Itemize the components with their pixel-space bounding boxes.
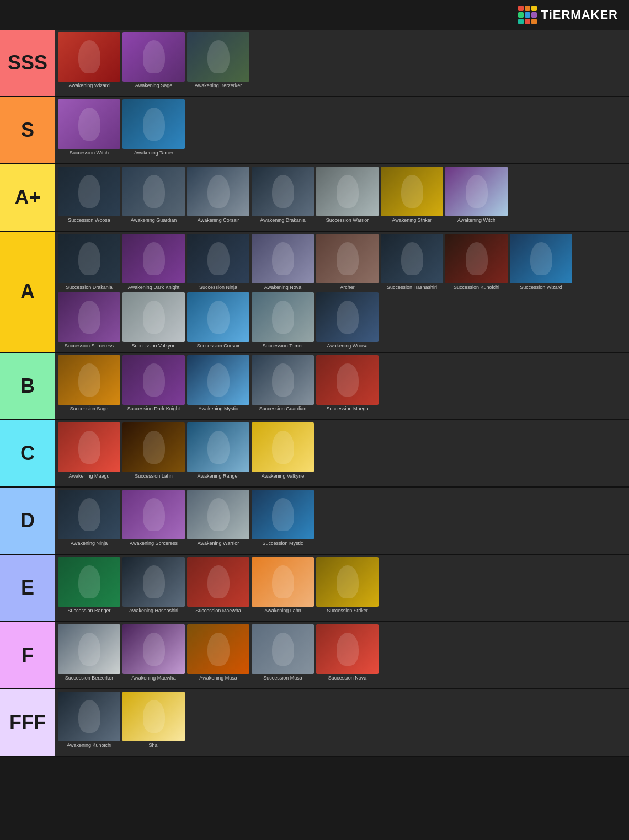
character-image: [58, 32, 120, 82]
character-card[interactable]: Succession Kunoichi: [445, 234, 508, 291]
character-name: Succession Musa: [251, 674, 314, 682]
character-card[interactable]: Awakening Corsair: [186, 167, 250, 224]
character-name: Awakening Corsair: [186, 216, 250, 224]
character-card[interactable]: Awakening Lahn: [251, 557, 314, 614]
character-image: [58, 557, 120, 607]
character-card[interactable]: Succession Drakania: [57, 234, 121, 291]
character-image: [316, 355, 379, 405]
character-image: [187, 234, 249, 283]
character-card[interactable]: Awakening Sage: [122, 32, 185, 89]
tier-label-d: D: [0, 488, 55, 554]
character-card[interactable]: Awakening Tamer: [122, 99, 185, 157]
character-card[interactable]: Awakening Kunoichi: [57, 692, 121, 749]
character-name: Succession Maegu: [316, 405, 379, 413]
character-card[interactable]: Awakening Maewha: [122, 624, 185, 682]
character-name: Succession Berzerker: [57, 674, 121, 682]
character-image: [187, 32, 249, 82]
character-card[interactable]: Awakening Valkyrie: [251, 422, 314, 480]
logo-text: TiERMAKER: [541, 8, 618, 22]
character-image: [187, 557, 249, 607]
character-image: [122, 422, 185, 472]
logo-cell: [525, 12, 530, 18]
logo-grid: [518, 6, 537, 24]
character-card[interactable]: Awakening Guardian: [122, 167, 185, 224]
character-card[interactable]: Awakening Warrior: [186, 490, 250, 547]
character-image: [122, 624, 185, 674]
tier-content-d: Awakening NinjaAwakening SorceressAwaken…: [55, 488, 629, 554]
character-image: [187, 167, 249, 216]
character-image: [252, 624, 314, 674]
character-name: Awakening Witch: [445, 216, 508, 224]
character-image: [187, 624, 249, 674]
character-card[interactable]: Shai: [122, 692, 185, 749]
character-card[interactable]: Succession Witch: [57, 99, 121, 157]
character-card[interactable]: Succession Woosa: [57, 167, 121, 224]
character-card[interactable]: Succession Maewha: [186, 557, 250, 614]
tier-content-sss: Awakening WizardAwakening SageAwakening …: [55, 30, 629, 96]
character-name: Awakening Maewha: [122, 674, 185, 682]
character-card[interactable]: Awakening Berzerker: [186, 32, 250, 89]
character-name: Awakening Maegu: [57, 472, 121, 480]
character-card[interactable]: Succession Ranger: [57, 557, 121, 614]
tier-content-b: Succession SageSuccession Dark KnightAwa…: [55, 353, 629, 419]
character-name: Succession Guardian: [251, 405, 314, 413]
character-card[interactable]: Succession Warrior: [316, 167, 379, 224]
character-name: Succession Corsair: [186, 342, 250, 350]
character-name: Awakening Tamer: [122, 149, 185, 157]
character-card[interactable]: Archer: [316, 234, 379, 291]
character-card[interactable]: Awakening Nova: [251, 234, 314, 291]
character-card[interactable]: Succession Corsair: [186, 292, 250, 350]
character-card[interactable]: Succession Striker: [316, 557, 379, 614]
character-image: [58, 422, 120, 472]
character-card[interactable]: Succession Musa: [251, 624, 314, 682]
character-card[interactable]: Awakening Striker: [380, 167, 444, 224]
character-card[interactable]: Awakening Drakania: [251, 167, 314, 224]
character-card[interactable]: Awakening Woosa: [316, 292, 379, 350]
character-card[interactable]: Awakening Maegu: [57, 422, 121, 480]
tier-label-aplus: A+: [0, 164, 55, 231]
character-card[interactable]: Succession Dark Knight: [122, 355, 185, 413]
character-name: Awakening Woosa: [316, 342, 379, 350]
character-card[interactable]: Succession Tamer: [251, 292, 314, 350]
character-card[interactable]: Succession Sage: [57, 355, 121, 413]
character-image: [187, 490, 249, 539]
character-card[interactable]: Awakening Mystic: [186, 355, 250, 413]
character-card[interactable]: Awakening Hashashiri: [122, 557, 185, 614]
character-image: [122, 99, 185, 149]
character-card[interactable]: Succession Berzerker: [57, 624, 121, 682]
tier-row-f: FSuccession BerzerkerAwakening MaewhaAwa…: [0, 622, 629, 689]
character-card[interactable]: Awakening Witch: [445, 167, 508, 224]
character-name: Awakening Striker: [380, 216, 444, 224]
character-card[interactable]: Awakening Ranger: [186, 422, 250, 480]
character-card[interactable]: Awakening Ninja: [57, 490, 121, 547]
character-card[interactable]: Succession Maegu: [316, 355, 379, 413]
character-card[interactable]: Succession Hashashiri: [380, 234, 444, 291]
character-image: [316, 557, 379, 607]
character-card[interactable]: Succession Wizard: [509, 234, 573, 291]
character-name: Awakening Ninja: [57, 539, 121, 547]
tier-row-e: ESuccession RangerAwakening HashashiriSu…: [0, 555, 629, 622]
character-card[interactable]: Succession Guardian: [251, 355, 314, 413]
character-name: Succession Sage: [57, 405, 121, 413]
character-card[interactable]: Succession Ninja: [186, 234, 250, 291]
character-card[interactable]: Succession Nova: [316, 624, 379, 682]
character-name: Succession Kunoichi: [445, 283, 508, 291]
tier-row-aplus: A+Succession WoosaAwakening GuardianAwak…: [0, 164, 629, 232]
character-name: Awakening Nova: [251, 283, 314, 291]
character-card[interactable]: Succession Lahn: [122, 422, 185, 480]
character-image: [381, 234, 443, 283]
character-card[interactable]: Succession Mystic: [251, 490, 314, 547]
character-image: [316, 292, 379, 342]
character-card[interactable]: Succession Valkyrie: [122, 292, 185, 350]
character-name: Shai: [122, 741, 185, 749]
character-image: [316, 624, 379, 674]
character-name: Succession Tamer: [251, 342, 314, 350]
character-card[interactable]: Succession Sorceress: [57, 292, 121, 350]
logo-cell: [531, 12, 537, 18]
character-card[interactable]: Awakening Wizard: [57, 32, 121, 89]
tier-label-c: C: [0, 420, 55, 486]
character-card[interactable]: Awakening Musa: [186, 624, 250, 682]
character-card[interactable]: Awakening Dark Knight: [122, 234, 185, 291]
character-card[interactable]: Awakening Sorceress: [122, 490, 185, 547]
tier-content-f: Succession BerzerkerAwakening MaewhaAwak…: [55, 622, 629, 688]
